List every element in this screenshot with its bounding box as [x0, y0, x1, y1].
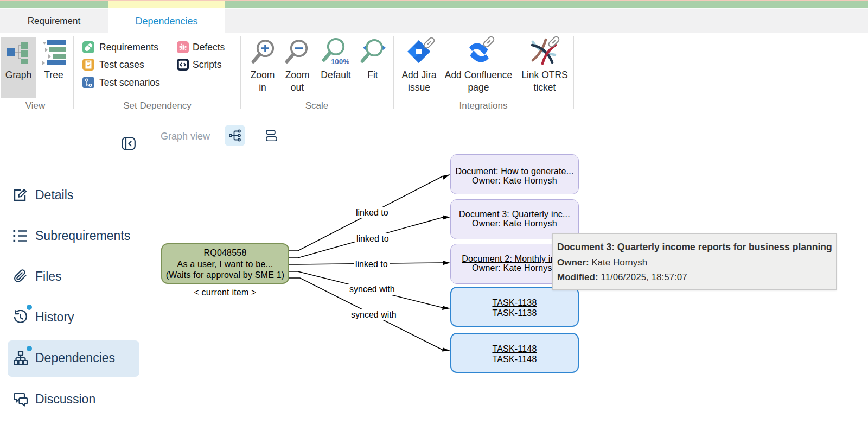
svg-text:100%: 100% [331, 58, 349, 66]
